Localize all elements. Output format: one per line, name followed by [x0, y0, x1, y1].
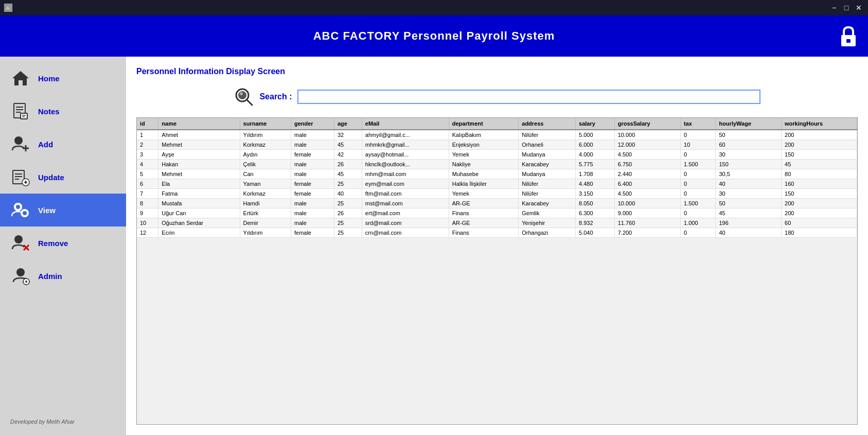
table-cell: 7.200: [614, 228, 680, 238]
table-cell: 9.000: [614, 208, 680, 218]
update-icon: [10, 167, 31, 187]
table-cell: 8.932: [576, 218, 615, 228]
table-cell: 6.000: [576, 140, 615, 150]
table-cell: Enjeksiyon: [449, 140, 519, 150]
table-cell: 32: [334, 130, 362, 140]
table-cell: 40: [334, 189, 362, 199]
table-cell: 12: [137, 228, 158, 238]
table-cell: Oğuzhan Serdar: [158, 218, 240, 228]
table-cell: 45: [716, 208, 782, 218]
table-cell: 0: [681, 228, 716, 238]
sidebar-item-remove[interactable]: Remove: [0, 227, 126, 259]
table-cell: Yıldırım: [240, 228, 291, 238]
data-table-container: id name surname gender age eMail departm…: [136, 117, 858, 425]
app-title: ABC FACTORY Personnel Payroll System: [313, 29, 555, 43]
col-id: id: [137, 118, 158, 130]
table-cell: Mustafa: [158, 199, 240, 208]
table-cell: 0: [681, 130, 716, 140]
table-cell: 200: [782, 199, 857, 208]
table-cell: 40: [716, 179, 782, 189]
notes-icon: [10, 101, 31, 121]
table-cell: Çelik: [240, 160, 291, 169]
col-salary: salary: [576, 118, 615, 130]
table-cell: Ela: [158, 179, 240, 189]
col-name: name: [158, 118, 240, 130]
table-cell: 5.775: [576, 160, 615, 169]
table-cell: 4.480: [576, 179, 615, 189]
sidebar-item-admin[interactable]: Admin: [0, 259, 126, 292]
col-tax: tax: [681, 118, 716, 130]
table-cell: 30,5: [716, 169, 782, 179]
table-cell: Halkla İlişkiler: [449, 179, 519, 189]
sidebar-item-update[interactable]: Update: [0, 161, 126, 194]
table-cell: 1: [137, 130, 158, 140]
col-working-hours: workingHours: [782, 118, 857, 130]
table-cell: srd@mail.com: [362, 218, 449, 228]
table-cell: Nilüfer: [519, 189, 576, 199]
table-row: 2MehmetKorkmazmale45mhmkrk@gmail...Enjek…: [137, 140, 857, 150]
col-gender: gender: [291, 118, 334, 130]
table-cell: 25: [334, 218, 362, 228]
table-cell: Mehmet: [158, 140, 240, 150]
table-cell: Uğur Can: [158, 208, 240, 218]
table-cell: 4.000: [576, 150, 615, 160]
table-header-row: id name surname gender age eMail departm…: [137, 118, 857, 130]
table-cell: eym@mail.com: [362, 179, 449, 189]
table-cell: Mehmet: [158, 169, 240, 179]
svg-point-12: [14, 136, 23, 145]
table-cell: 5: [137, 169, 158, 179]
svg-line-40: [247, 100, 252, 105]
table-cell: Can: [240, 169, 291, 179]
lock-icon: [839, 26, 858, 46]
table-row: 4HakanÇelikmale26hknclk@outlook...Nakliy…: [137, 160, 857, 169]
sidebar-item-admin-label: Admin: [38, 272, 62, 281]
col-gross-salary: grossSalary: [614, 118, 680, 130]
table-cell: 4: [137, 160, 158, 169]
table-cell: Hamdi: [240, 199, 291, 208]
sidebar-item-view[interactable]: View: [0, 194, 126, 227]
table-cell: ert@mail.com: [362, 208, 449, 218]
sidebar-item-view-label: View: [38, 206, 56, 215]
table-cell: Finans: [449, 208, 519, 218]
view-icon: [10, 200, 31, 220]
table-cell: 12.000: [614, 140, 680, 150]
table-cell: 180: [782, 228, 857, 238]
table-row: 9Uğur CanErtürkmale26ert@mail.comFinansG…: [137, 208, 857, 218]
title-bar: A − □ ✕: [0, 0, 868, 15]
table-cell: 8.050: [576, 199, 615, 208]
table-cell: Demir: [240, 218, 291, 228]
table-cell: 42: [334, 150, 362, 160]
search-input[interactable]: [297, 90, 760, 104]
table-cell: female: [291, 189, 334, 199]
svg-point-32: [25, 281, 27, 283]
table-cell: 200: [782, 130, 857, 140]
maximize-button[interactable]: □: [841, 3, 852, 12]
table-cell: 6.750: [614, 160, 680, 169]
sidebar-item-notes-label: Notes: [38, 107, 60, 116]
table-cell: 160: [782, 179, 857, 189]
table-cell: AR-GE: [449, 199, 519, 208]
table-cell: 9: [137, 208, 158, 218]
table-cell: Ayşe: [158, 150, 240, 160]
table-cell: Yemek: [449, 150, 519, 160]
table-cell: AR-GE: [449, 218, 519, 228]
table-cell: 3: [137, 150, 158, 160]
table-cell: 10: [681, 140, 716, 150]
table-cell: 1.500: [681, 199, 716, 208]
table-cell: Orhaneli: [519, 140, 576, 150]
table-cell: 3.150: [576, 189, 615, 199]
sidebar-item-notes[interactable]: Notes: [0, 95, 126, 128]
table-cell: female: [291, 150, 334, 160]
sidebar-item-home[interactable]: Home: [0, 62, 126, 95]
close-button[interactable]: ✕: [854, 3, 864, 12]
table-cell: 26: [334, 160, 362, 169]
table-cell: 30: [716, 189, 782, 199]
table-cell: 4.500: [614, 189, 680, 199]
minimize-button[interactable]: −: [829, 3, 839, 12]
title-bar-controls: − □ ✕: [829, 3, 864, 12]
search-icon: [234, 86, 254, 107]
table-cell: 150: [782, 150, 857, 160]
sidebar-item-add[interactable]: Add: [0, 128, 126, 161]
table-cell: 50: [716, 130, 782, 140]
col-address: address: [519, 118, 576, 130]
